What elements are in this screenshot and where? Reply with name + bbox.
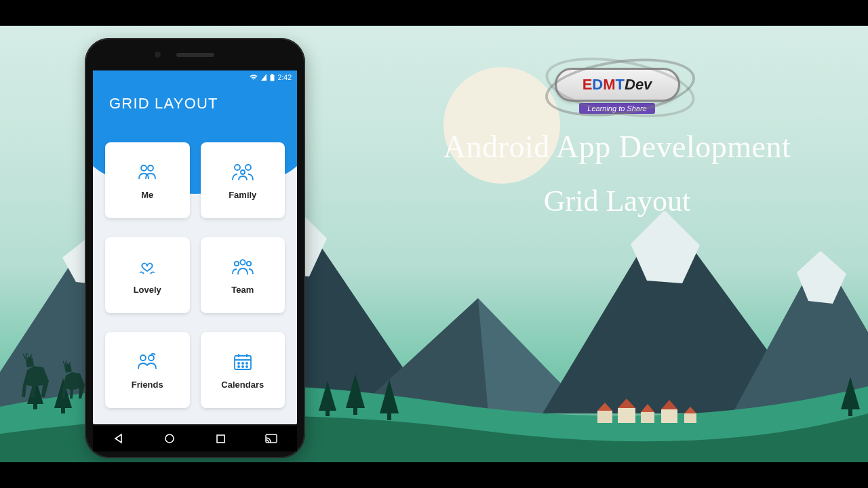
card-label: Team <box>231 285 254 295</box>
svg-rect-31 <box>684 413 696 423</box>
card-label: Lovely <box>134 285 161 295</box>
svg-rect-59 <box>266 434 277 443</box>
svg-marker-32 <box>684 407 696 413</box>
card-calendars[interactable]: Calendars <box>201 332 285 408</box>
svg-marker-30 <box>661 400 677 409</box>
svg-marker-26 <box>618 399 635 408</box>
grid-layout: Me Family Lovely Team <box>93 142 297 424</box>
svg-point-50 <box>238 363 239 364</box>
svg-rect-58 <box>217 435 224 443</box>
svg-point-55 <box>246 366 248 367</box>
card-label: Me <box>141 190 153 200</box>
svg-rect-25 <box>618 408 635 423</box>
svg-rect-34 <box>271 74 273 75</box>
page-title: GRID LAYOUT <box>93 84 297 113</box>
svg-point-45 <box>149 355 154 361</box>
card-label: Calendars <box>221 380 264 390</box>
svg-rect-20 <box>387 412 391 420</box>
svg-rect-16 <box>326 409 330 416</box>
svg-point-51 <box>242 363 243 364</box>
card-family[interactable]: Family <box>201 142 285 218</box>
calendar-icon <box>231 350 254 373</box>
status-time: 2:42 <box>278 73 292 81</box>
letterbox-top <box>0 0 868 26</box>
svg-point-37 <box>148 165 153 171</box>
family-icon <box>231 161 254 184</box>
svg-rect-14 <box>61 407 65 413</box>
svg-rect-22 <box>848 408 852 416</box>
svg-rect-23 <box>597 411 612 423</box>
title-line-1: Android App Development <box>400 129 834 165</box>
phone-screen: 2:42 GRID LAYOUT Me Family <box>93 70 297 424</box>
phone-camera <box>155 52 161 58</box>
svg-point-52 <box>246 363 248 364</box>
status-bar: 2:42 <box>93 70 297 84</box>
card-label: Friends <box>132 380 163 390</box>
title-block: Android App Development Grid Layout <box>400 129 834 218</box>
svg-rect-27 <box>641 412 654 423</box>
brand-logo: EDMTDev Learning to Share <box>522 68 712 114</box>
brand-badge: EDMTDev <box>555 68 680 102</box>
title-line-2: Grid Layout <box>400 184 834 218</box>
svg-rect-29 <box>661 409 677 423</box>
svg-point-57 <box>165 434 174 443</box>
battery-icon <box>270 74 275 81</box>
home-button[interactable] <box>163 432 176 445</box>
wifi-icon <box>250 74 258 81</box>
friends-icon <box>136 350 159 373</box>
card-friends[interactable]: Friends <box>105 332 190 408</box>
phone-mockup: 2:42 GRID LAYOUT Me Family <box>85 38 305 458</box>
card-label: Family <box>229 190 256 200</box>
deer-illustration <box>14 332 95 407</box>
signal-icon <box>261 74 267 81</box>
letterbox-bottom <box>0 462 868 488</box>
svg-marker-28 <box>641 404 654 412</box>
svg-marker-24 <box>597 403 612 411</box>
svg-point-44 <box>140 355 146 361</box>
svg-point-41 <box>235 262 239 266</box>
village-illustration <box>593 394 709 428</box>
heart-hands-icon <box>136 256 159 279</box>
svg-point-42 <box>240 260 245 264</box>
svg-point-39 <box>245 165 251 170</box>
card-team[interactable]: Team <box>201 237 285 313</box>
svg-point-53 <box>238 366 239 367</box>
svg-point-36 <box>141 165 146 171</box>
cast-button[interactable] <box>264 432 278 445</box>
svg-rect-35 <box>270 75 274 81</box>
person-icon <box>136 161 159 184</box>
svg-point-38 <box>235 165 240 170</box>
android-nav-bar <box>93 426 297 451</box>
svg-marker-33 <box>261 74 267 81</box>
card-lovely[interactable]: Lovely <box>105 237 190 313</box>
svg-rect-18 <box>353 407 357 415</box>
card-me[interactable]: Me <box>105 142 190 218</box>
back-button[interactable] <box>112 432 125 445</box>
recents-button[interactable] <box>214 432 227 445</box>
svg-point-54 <box>242 366 243 367</box>
team-icon <box>231 256 254 279</box>
svg-marker-56 <box>115 434 121 443</box>
phone-earpiece <box>176 53 214 57</box>
svg-point-43 <box>247 262 251 266</box>
svg-point-40 <box>241 170 245 174</box>
